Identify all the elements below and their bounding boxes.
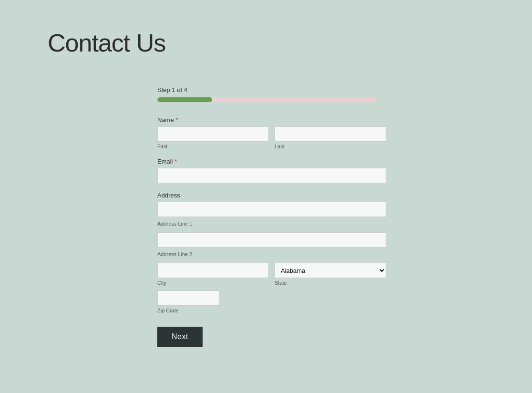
form-wrapper: Step 1 of 4 Name * First Last xyxy=(157,86,386,347)
name-row: First Last xyxy=(157,126,386,149)
next-button[interactable]: Next xyxy=(157,327,203,347)
last-name-col: Last xyxy=(275,126,386,149)
address-line2-sublabel: Address Line 2 xyxy=(157,251,192,257)
zip-sublabel: Zip Code xyxy=(157,308,219,313)
divider xyxy=(48,67,484,67)
address-label: Address xyxy=(157,192,386,199)
city-state-row: City Alabama Alaska Arizona Arkansas Cal… xyxy=(157,263,386,286)
contact-form: Name * First Last Email * xyxy=(157,116,386,347)
page-title: Contact Us xyxy=(48,29,484,57)
city-col: City xyxy=(157,263,269,286)
address-line1-input[interactable] xyxy=(157,202,386,217)
email-field-group: Email * xyxy=(157,158,386,183)
email-input[interactable] xyxy=(157,168,386,183)
step-label: Step 1 of 4 xyxy=(157,86,386,93)
address-line2-input[interactable] xyxy=(157,232,386,248)
city-sublabel: City xyxy=(157,280,269,286)
zip-input[interactable] xyxy=(157,290,219,306)
state-sublabel: State xyxy=(275,280,386,286)
address-field-group: Address Address Line 1 Address Line 2 Ci… xyxy=(157,192,386,313)
last-name-sublabel: Last xyxy=(275,144,386,149)
state-col: Alabama Alaska Arizona Arkansas Californ… xyxy=(275,263,386,286)
progress-bar-fill xyxy=(157,97,212,102)
progress-bar-container xyxy=(157,97,377,102)
address-line1-sublabel: Address Line 1 xyxy=(157,221,192,227)
first-name-input[interactable] xyxy=(157,126,269,142)
email-label: Email * xyxy=(157,158,386,165)
last-name-input[interactable] xyxy=(275,126,386,142)
page-container: Contact Us Step 1 of 4 Name * First xyxy=(0,0,532,375)
name-field-group: Name * First Last xyxy=(157,116,386,149)
state-select[interactable]: Alabama Alaska Arizona Arkansas Californ… xyxy=(275,263,386,278)
first-name-col: First xyxy=(157,126,269,149)
zip-col: Zip Code xyxy=(157,290,219,313)
first-name-sublabel: First xyxy=(157,144,269,149)
name-label: Name * xyxy=(157,116,386,124)
city-input[interactable] xyxy=(157,263,269,278)
